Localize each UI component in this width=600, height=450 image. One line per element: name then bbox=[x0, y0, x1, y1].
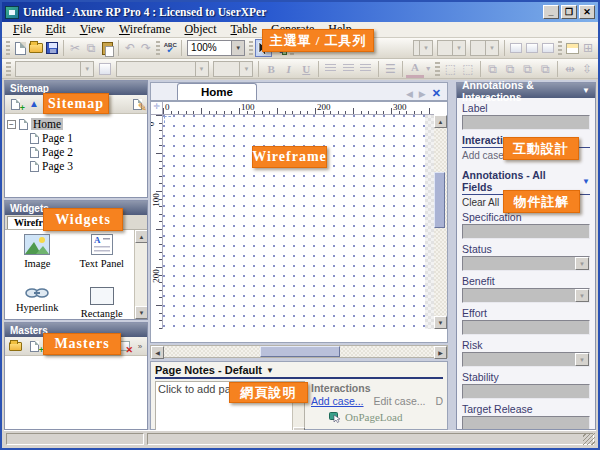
risk-select[interactable]: ▼ bbox=[462, 352, 590, 367]
arrow-style-dropdown[interactable]: ▼ bbox=[470, 40, 499, 56]
collapse-icon[interactable]: − bbox=[7, 120, 16, 129]
send-backward-icon[interactable]: ⧉ bbox=[536, 60, 554, 78]
add-master-icon[interactable]: + bbox=[27, 340, 41, 353]
new-icon[interactable] bbox=[12, 39, 28, 57]
tree-item-label[interactable]: Page 2 bbox=[42, 146, 73, 158]
minimize-button[interactable]: _ bbox=[543, 5, 559, 19]
dropdown-icon[interactable]: ▼ bbox=[575, 289, 589, 302]
menu-view[interactable]: View bbox=[73, 22, 112, 37]
toolbar-grip[interactable] bbox=[6, 62, 11, 76]
copy-icon[interactable]: ⧉ bbox=[83, 39, 99, 57]
insert-table-icon[interactable]: ⊞ bbox=[580, 39, 596, 57]
font-color-dropdown-icon[interactable]: ▼ bbox=[424, 60, 433, 78]
toolbar-grip[interactable] bbox=[249, 41, 253, 55]
widget-image[interactable]: Image bbox=[5, 234, 70, 287]
widget-rectangle[interactable]: Rectangle bbox=[70, 287, 135, 319]
table-icon[interactable] bbox=[564, 39, 580, 57]
canvas-vscrollbar[interactable]: ▲ ▼ bbox=[434, 115, 447, 329]
specification-field[interactable] bbox=[462, 224, 590, 239]
align-middle-icon[interactable] bbox=[524, 39, 540, 57]
border-style-dropdown[interactable]: ▼ bbox=[413, 40, 434, 56]
hscroll-thumb[interactable] bbox=[260, 346, 340, 357]
open-master-icon[interactable] bbox=[8, 340, 22, 353]
ungroup-icon[interactable]: ⬚ bbox=[459, 60, 477, 78]
tree-item-page2[interactable]: Page 2 bbox=[7, 145, 145, 159]
menu-table[interactable]: Table bbox=[223, 22, 264, 37]
tree-item-label[interactable]: Home bbox=[31, 118, 63, 130]
menu-object[interactable]: Object bbox=[177, 22, 223, 37]
dropdown-icon[interactable]: ▼ bbox=[575, 353, 589, 366]
edit-page-icon[interactable]: ✎ bbox=[130, 98, 144, 111]
masters-list[interactable] bbox=[5, 356, 147, 429]
canvas-hscrollbar[interactable]: ◀ ▶ bbox=[150, 345, 448, 358]
align-center-icon[interactable] bbox=[340, 60, 358, 78]
scroll-up-icon[interactable]: ▲ bbox=[434, 115, 447, 128]
tab-next-icon[interactable]: ▶ bbox=[419, 89, 426, 99]
widget-text-panel[interactable]: A Text Panel bbox=[70, 234, 135, 287]
font-style-dropdown[interactable]: ▼ bbox=[116, 61, 209, 77]
menu-file[interactable]: File bbox=[6, 22, 39, 37]
benefit-select[interactable]: ▼ bbox=[462, 288, 590, 303]
menu-edit[interactable]: Edit bbox=[39, 22, 73, 37]
panel-dropdown-icon[interactable]: ▼ bbox=[582, 86, 590, 95]
align-bottom-icon[interactable] bbox=[540, 39, 556, 57]
target-release-field[interactable] bbox=[462, 416, 590, 429]
toolbar-grip[interactable] bbox=[435, 62, 440, 76]
italic-icon[interactable]: I bbox=[280, 60, 298, 78]
tab-prev-icon[interactable]: ◀ bbox=[406, 89, 413, 99]
toolbar-grip[interactable] bbox=[6, 41, 10, 55]
delete-case-link[interactable]: Delete ca bbox=[435, 395, 443, 407]
redo-icon[interactable]: ↷ bbox=[138, 39, 154, 57]
tree-item-label[interactable]: Page 1 bbox=[42, 132, 73, 144]
undo-icon[interactable]: ↶ bbox=[122, 39, 138, 57]
tab-home[interactable]: Home bbox=[177, 83, 257, 100]
notes-dropdown-icon[interactable]: ▼ bbox=[266, 366, 274, 375]
tab-close-icon[interactable]: ✕ bbox=[432, 87, 441, 100]
page-notes-header[interactable]: Page Notes - Default ▼ bbox=[155, 364, 443, 379]
annotations-panel-header[interactable]: Annotations & Interactions▼ bbox=[457, 83, 595, 98]
close-button[interactable]: ✕ bbox=[579, 5, 595, 19]
paste-icon[interactable] bbox=[99, 39, 115, 57]
spellcheck-icon[interactable]: ABC✔ bbox=[162, 39, 178, 57]
toolbar-grip[interactable] bbox=[156, 41, 160, 55]
font-grow-icon[interactable] bbox=[96, 60, 114, 78]
tree-item-home[interactable]: − Home bbox=[7, 117, 145, 131]
add-case-link[interactable]: Add case... bbox=[311, 395, 364, 407]
distribute-h-icon[interactable]: ⇹ bbox=[561, 60, 579, 78]
align-right-icon[interactable] bbox=[357, 60, 375, 78]
scroll-right-icon[interactable]: ▶ bbox=[434, 346, 447, 359]
toolbar-overflow-icon[interactable]: » bbox=[136, 340, 144, 353]
scroll-down-icon[interactable]: ▼ bbox=[135, 306, 147, 319]
onpageload-event[interactable]: OnPageLoad bbox=[329, 411, 443, 423]
edit-case-link[interactable]: Edit case... bbox=[374, 395, 426, 407]
zoom-dropdown-icon[interactable]: ▼ bbox=[231, 40, 245, 56]
font-family-dropdown[interactable]: ▼ bbox=[15, 61, 95, 77]
zoom-value[interactable]: 100% bbox=[187, 40, 231, 56]
group-icon[interactable]: ⬚ bbox=[442, 60, 460, 78]
font-color-icon[interactable]: A bbox=[406, 60, 424, 78]
move-up-icon[interactable]: ▲ bbox=[27, 98, 41, 111]
all-fields-dropdown-icon[interactable]: ▼ bbox=[582, 177, 590, 186]
bring-front-icon[interactable]: ⧉ bbox=[484, 60, 502, 78]
scroll-up-icon[interactable]: ▲ bbox=[135, 230, 147, 243]
bring-forward-icon[interactable]: ⧉ bbox=[519, 60, 537, 78]
maximize-button[interactable]: ❐ bbox=[561, 5, 577, 19]
cut-icon[interactable]: ✂ bbox=[67, 39, 83, 57]
align-top-icon[interactable] bbox=[508, 39, 524, 57]
bullet-list-icon[interactable]: ☰ bbox=[382, 60, 400, 78]
widget-hyperlink[interactable]: Hyperlink bbox=[5, 287, 70, 319]
send-back-icon[interactable]: ⧉ bbox=[501, 60, 519, 78]
tree-item-label[interactable]: Page 3 bbox=[42, 160, 73, 172]
align-left-icon[interactable] bbox=[322, 60, 340, 78]
underline-icon[interactable]: U bbox=[297, 60, 315, 78]
open-icon[interactable] bbox=[28, 39, 44, 57]
scroll-down-icon[interactable]: ▼ bbox=[434, 316, 447, 329]
label-field[interactable] bbox=[462, 115, 590, 130]
font-size-dropdown[interactable]: ▼ bbox=[213, 61, 254, 77]
save-icon[interactable] bbox=[44, 39, 60, 57]
scroll-left-icon[interactable]: ◀ bbox=[151, 346, 164, 359]
stability-field[interactable] bbox=[462, 384, 590, 399]
widgets-scrollbar[interactable]: ▲ ▼ bbox=[134, 230, 147, 319]
dropdown-icon[interactable]: ▼ bbox=[575, 257, 589, 270]
resize-grip[interactable] bbox=[583, 433, 595, 445]
